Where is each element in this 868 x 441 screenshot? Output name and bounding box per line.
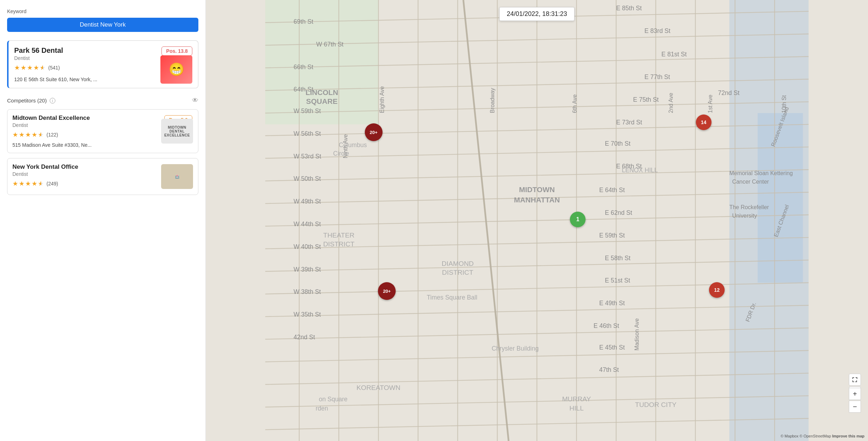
svg-text:Madison Ave: Madison Ave [634,318,640,351]
svg-rect-3 [265,0,378,124]
star-4: ★ [33,64,39,72]
svg-text:W 53rd St: W 53rd St [293,153,321,160]
svg-text:E 45th St: E 45th St [599,344,625,351]
svg-text:E 73rd St: E 73rd St [616,119,642,126]
mapbox-attribution: © Mapbox © OpenStreetMap [781,434,832,438]
star-2: ★ [21,64,26,72]
midtown-img-placeholder: MIDTOWNDENTAL EXCELLENCE [161,119,193,144]
svg-text:The Rockefeller: The Rockefeller [729,204,769,210]
svg-text:E 62nd St: E 62nd St [605,209,632,216]
svg-rect-2 [758,113,803,283]
competitor-0-image: MIDTOWNDENTAL EXCELLENCE [161,119,193,144]
svg-text:SQUARE: SQUARE [306,97,338,105]
svg-text:E 64th St: E 64th St [599,186,625,194]
keyword-label: Keyword [7,9,198,14]
svg-text:E 70th St: E 70th St [605,140,630,147]
nydental-img-placeholder: 🏥 [161,164,193,189]
competitors-header: Competitors (20) i 👁 [7,97,198,104]
c0-star-1: ★ [12,131,18,139]
svg-text:Memorial Sloan Kettering: Memorial Sloan Kettering [729,170,793,176]
main-result-reviews: (541) [48,65,60,71]
map-timestamp: 24/01/2022, 18:31:23 [499,7,575,21]
map-pin-1[interactable]: 14 [696,115,712,130]
svg-text:University: University [732,213,757,219]
svg-text:E 49th St: E 49th St [599,300,625,307]
svg-text:MURRAY: MURRAY [562,395,591,403]
map-zoom-in[interactable]: + [849,388,861,400]
c1-star-1: ★ [12,180,18,188]
svg-text:E 77th St: E 77th St [644,73,670,80]
star-3: ★ [27,64,33,72]
svg-text:E 85th St: E 85th St [616,5,642,12]
competitor-1-reviews: (249) [46,181,58,186]
svg-text:W 35th St: W 35th St [293,311,321,318]
svg-text:rden: rden [315,405,328,412]
svg-text:E 81st St: E 81st St [661,51,687,58]
c0-star-2: ★ [19,131,24,139]
svg-text:LINCOLN: LINCOLN [306,88,338,96]
c1-star-4: ★ [32,180,37,188]
svg-text:Times Square Ball: Times Square Ball [427,294,477,301]
svg-text:Eighth Ave: Eighth Ave [379,86,385,113]
competitors-section: Competitors (20) i 👁 Midtown Dental Exce… [7,97,198,200]
svg-text:LENOX HILL: LENOX HILL [622,167,658,174]
svg-text:Circle: Circle [333,150,349,157]
competitor-1-image: 🏥 [161,164,193,189]
svg-text:HILL: HILL [569,404,583,412]
svg-text:W 40th St: W 40th St [293,243,321,250]
svg-text:on Square: on Square [319,396,347,403]
map-zoom-out[interactable]: − [849,401,861,413]
svg-text:Chrysler Building: Chrysler Building [491,345,539,352]
svg-text:6th Ave: 6th Ave [572,94,578,113]
svg-text:1st Ave: 1st Ave [707,95,713,113]
svg-text:66th St: 66th St [293,63,313,71]
svg-text:Cancer Center: Cancer Center [732,179,769,185]
svg-text:72nd St: 72nd St [718,89,740,96]
left-panel: Keyword Dentist New York Park 56 Dental … [0,0,206,441]
map-pin-0[interactable]: 20+ [365,123,383,141]
svg-text:E 51st St: E 51st St [605,277,630,284]
c0-star-3: ★ [25,131,31,139]
svg-text:W 56th St: W 56th St [293,130,321,137]
map-svg: E 85th St E 83rd St 69th St E 81st St W … [206,0,868,441]
svg-text:47th St: 47th St [599,366,619,373]
map-resize-icon[interactable] [849,374,861,386]
map-pin-4[interactable]: 12 [709,282,725,298]
main-result-card: Park 56 Dental Dentist ★ ★ ★ ★ ★ ★ (541)… [7,40,198,88]
svg-text:Broadway: Broadway [489,88,495,113]
c0-star-4: ★ [32,131,37,139]
competitor-0-reviews: (122) [46,132,58,138]
svg-text:KOREATOWN: KOREATOWN [357,384,401,391]
svg-text:69th St: 69th St [293,18,313,25]
c1-star-2: ★ [19,180,24,188]
svg-text:E 58th St: E 58th St [605,255,630,262]
svg-text:W 67th St: W 67th St [316,41,344,48]
keyword-button[interactable]: Dentist New York [7,18,198,32]
map-background: E 85th St E 83rd St 69th St E 81st St W … [206,0,868,441]
svg-text:2nd Ave: 2nd Ave [668,93,674,113]
svg-text:DISTRICT: DISTRICT [323,240,355,248]
competitors-info-icon[interactable]: i [50,98,55,104]
svg-text:DIAMOND: DIAMOND [442,260,474,267]
map-area[interactable]: E 85th St E 83rd St 69th St E 81st St W … [206,0,868,441]
svg-text:W 38th St: W 38th St [293,288,321,295]
svg-text:DISTRICT: DISTRICT [442,269,474,276]
svg-text:W 44th St: W 44th St [293,220,321,228]
improve-map-link[interactable]: Improve this map [832,434,864,438]
svg-text:W 59th St: W 59th St [293,107,321,115]
svg-text:W 39th St: W 39th St [293,266,321,273]
svg-text:W 50th St: W 50th St [293,175,321,182]
main-result-image: 😁 [160,55,192,84]
svg-text:W 49th St: W 49th St [293,198,321,205]
c1-star-3: ★ [25,180,31,188]
svg-text:E 46th St: E 46th St [593,322,619,329]
c1-star-5-half: ★ ★ [38,180,44,188]
svg-text:MANHATTAN: MANHATTAN [514,196,560,204]
star-5-half: ★ ★ [40,64,46,72]
svg-text:Columbus: Columbus [339,141,367,149]
competitor-card-0: Midtown Dental Excellence Dentist ★ ★ ★ … [7,109,198,153]
svg-text:42nd St: 42nd St [293,334,315,341]
svg-text:THEATER: THEATER [323,231,355,239]
map-pin-3[interactable]: 20+ [378,282,396,300]
competitors-eye-icon[interactable]: 👁 [192,97,198,104]
